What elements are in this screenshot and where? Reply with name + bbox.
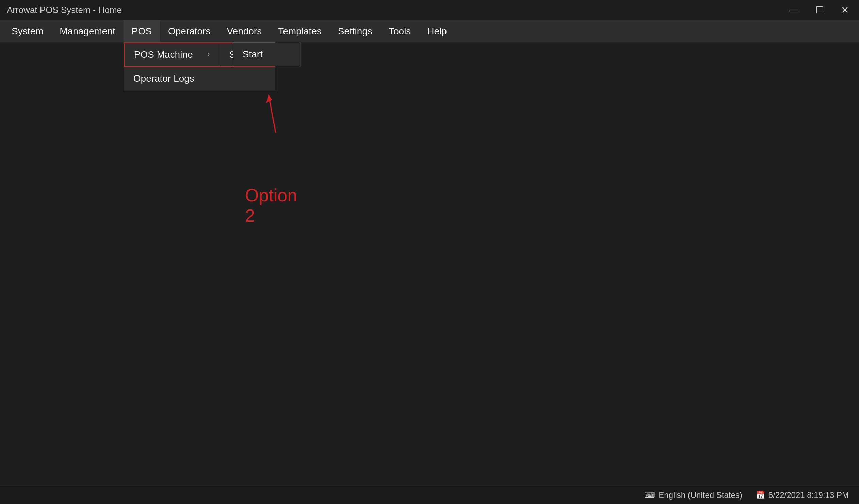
annotation-arrow-icon: [262, 90, 289, 137]
language-indicator: ⌨ English (United States): [644, 490, 742, 500]
title-bar: Arrowat POS System - Home — ☐ ✕: [0, 0, 859, 20]
minimize-button[interactable]: —: [785, 3, 802, 17]
pos-machine-highlighted-group: POS Machine › Start Start: [124, 43, 275, 67]
pos-machine-submenu: Start: [233, 43, 301, 66]
close-button[interactable]: ✕: [838, 3, 852, 17]
operator-logs-menu-item[interactable]: Operator Logs: [124, 67, 275, 90]
svg-marker-1: [266, 95, 272, 103]
menu-item-management[interactable]: Management: [51, 20, 123, 42]
menu-item-settings[interactable]: Settings: [330, 20, 380, 42]
menu-item-vendors[interactable]: Vendors: [218, 20, 270, 42]
menu-item-tools[interactable]: Tools: [380, 20, 419, 42]
menu-item-help[interactable]: Help: [419, 20, 455, 42]
pos-machine-menu-item[interactable]: POS Machine › Start: [124, 43, 220, 66]
datetime-text: 6/22/2021 8:19:13 PM: [768, 490, 849, 500]
menu-item-pos[interactable]: POS POS Machine › Start Start: [123, 20, 160, 42]
language-text: English (United States): [659, 490, 742, 500]
datetime-indicator: 📅 6/22/2021 8:19:13 PM: [756, 490, 849, 500]
menu-item-system[interactable]: System: [3, 20, 51, 42]
window-controls: — ☐ ✕: [785, 3, 852, 17]
menu-bar: System Management POS POS Machine › Star…: [0, 20, 859, 42]
status-bar: ⌨ English (United States) 📅 6/22/2021 8:…: [0, 486, 859, 504]
annotation-label: Option 2: [245, 185, 297, 226]
menu-item-operators[interactable]: Operators: [160, 20, 219, 42]
maximize-button[interactable]: ☐: [812, 3, 827, 17]
submenu-item-start[interactable]: Start: [233, 43, 301, 66]
menu-item-templates[interactable]: Templates: [270, 20, 330, 42]
chevron-right-icon: ›: [207, 50, 210, 59]
main-content: Option 2: [0, 42, 859, 486]
calendar-icon: 📅: [756, 491, 765, 500]
window-title: Arrowat POS System - Home: [7, 5, 122, 15]
pos-dropdown: POS Machine › Start Start Operator Logs: [123, 42, 275, 91]
language-icon: ⌨: [644, 491, 655, 500]
